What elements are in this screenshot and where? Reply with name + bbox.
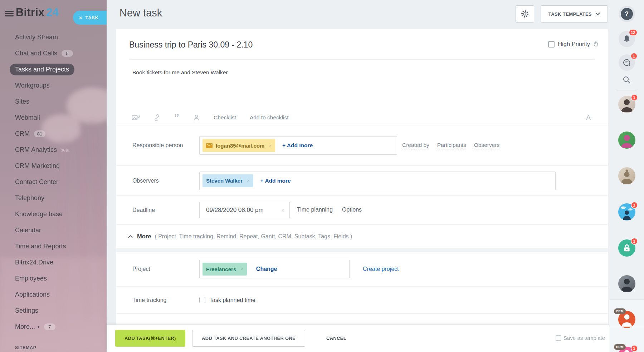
page-title: New task [119,7,162,19]
avatar-user-man-bun[interactable] [618,167,635,184]
checklist-button[interactable]: Checklist [214,114,236,121]
avatar-user-glasses[interactable] [618,275,635,292]
save-as-template-control: Save as template [556,335,605,341]
sidebar-item-settings[interactable]: Settings [0,303,107,319]
project-input[interactable]: Freelancers × Change [199,260,350,278]
participants-link[interactable]: Participants [437,142,466,149]
observers-add-more[interactable]: + Add more [260,178,291,184]
avatar-crm-contact-orange[interactable]: CRM [618,311,635,328]
page-header: New task TASK TEMPLATES [107,0,609,29]
mention-person-icon[interactable] [193,114,200,121]
field-row-project: Project Freelancers × Change Create proj… [116,252,608,287]
crm-source-badge: CRM [614,308,626,314]
sidebar-item-applications[interactable]: Applications [0,287,107,303]
bitrix24-logo[interactable]: Bitrix24 [16,6,59,19]
sidebar-item-webmail[interactable]: Webmail [0,110,107,126]
sidebar-item-more[interactable]: More...▾7 [0,319,107,335]
quote-icon[interactable]: ” [174,114,179,121]
notifications-button[interactable]: 12 [619,31,635,47]
help-button[interactable]: ? [619,6,635,22]
sidebar-item-employees[interactable]: Employees [0,271,107,287]
sidebar-item-telephony[interactable]: Telephony [0,190,107,206]
remove-chip-icon[interactable]: × [247,178,250,183]
field-row-time-tracking: Time tracking Task planned time [116,287,608,314]
sidebar-item-time-and-reports[interactable]: Time and Reports [0,238,107,254]
avatar-crm-contact-pink[interactable]: CRM 1 [618,347,635,352]
close-icon[interactable]: × [79,15,82,20]
settings-button[interactable] [516,5,534,23]
field-row-responsible: Responsible person logan85@mail.com × + … [116,125,608,166]
responsible-chip[interactable]: logan85@mail.com × [203,139,275,152]
responsible-add-more[interactable]: + Add more [282,142,313,149]
chat-count-badge: 1 [630,53,638,60]
attach-file-icon[interactable] [132,114,140,121]
task-planned-time-label: Task planned time [209,297,255,303]
sidebar-item-workgroups[interactable]: Workgroups [0,78,107,94]
beta-tag: beta [60,147,69,153]
chat-button[interactable]: 1 [619,54,635,71]
sidebar-item-tasks-and-projects[interactable]: Tasks and Projects [0,61,107,78]
sidebar-item-activity-stream[interactable]: Activity Stream [0,29,107,45]
deadline-input[interactable]: 09/28/2020 08:00 pm × [199,202,290,218]
chevron-up-icon[interactable] [128,235,133,238]
avatar-user-pink-hair[interactable] [618,132,635,149]
add-task-button[interactable]: ADD TASK(⌘+ENTER) [115,330,185,347]
more-toggle[interactable]: More [137,233,151,240]
clear-deadline-icon[interactable]: × [281,207,284,213]
deadline-links: Time planning Options [297,207,362,214]
create-project-link[interactable]: Create project [363,266,399,272]
high-priority-checkbox[interactable] [548,41,555,48]
avatar-extranet-lock[interactable]: 1 [618,239,635,257]
sidebar-item-crm[interactable]: CRM81 [0,126,107,142]
task-tab[interactable]: × TASK [73,11,107,25]
task-description-input[interactable]: Book tickets for me and Steven Walker [132,69,228,76]
remove-chip-icon[interactable]: × [269,143,272,148]
remove-chip-icon[interactable]: × [240,267,243,272]
task-planned-time-checkbox[interactable] [199,297,205,303]
notification-count-badge: 12 [629,29,637,36]
left-sidebar: Bitrix24 × TASK Activity Stream Chat and… [0,0,107,352]
add-to-checklist-button[interactable]: Add to checklist [250,114,289,121]
menu-toggle-icon[interactable] [5,11,14,17]
sidebar-item-calendar[interactable]: Calendar [0,222,107,238]
high-priority-label: High Priority [558,41,590,48]
save-as-template-checkbox[interactable] [556,335,561,341]
time-planning-link[interactable]: Time planning [297,207,333,214]
search-button[interactable] [623,76,631,86]
observers-link[interactable]: Observers [474,142,500,149]
avatar-user-dark-hair[interactable]: 1 [618,96,635,113]
more-summary: ( Project, Time tracking, Remind, Repeat… [155,233,352,240]
responsible-input[interactable]: logan85@mail.com × + Add more [199,136,397,155]
logo-brand: Bitrix [16,6,44,19]
sitemap-link[interactable]: SITEMAP [15,345,36,350]
editor-toolbar: ” Checklist Add to checklist [132,112,288,123]
chat-count-badge: 5 [62,50,73,57]
divider [616,90,636,90]
observers-input[interactable]: Steven Walker × + Add more [199,172,556,190]
sidebar-item-crm-marketing[interactable]: CRM Marketing [0,158,107,174]
add-task-and-create-another-button[interactable]: ADD TASK AND CREATE ANOTHER ONE [192,330,305,347]
unread-badge: 1 [631,94,638,101]
change-project-link[interactable]: Change [256,266,277,272]
project-chip[interactable]: Freelancers × [203,263,247,276]
divider [129,59,595,60]
options-link[interactable]: Options [342,207,362,214]
sidebar-item-contact-center[interactable]: Contact Center [0,174,107,190]
gear-icon [520,9,530,19]
sidebar-item-knowledge-base[interactable]: Knowledge base [0,206,107,222]
cancel-button[interactable]: CANCEL [324,330,348,347]
role-links: Created by Participants Observers [402,142,499,149]
task-title-input[interactable]: Business trip to Paris 30.09 - 2.10 [129,40,253,50]
task-templates-button[interactable]: TASK TEMPLATES [541,5,608,23]
sidebar-item-crm-analytics[interactable]: CRM Analyticsbeta [0,142,107,158]
observer-chip[interactable]: Steven Walker × [203,174,253,187]
sidebar-item-chat-and-calls[interactable]: Chat and Calls5 [0,45,107,61]
created-by-link[interactable]: Created by [402,142,429,149]
chevron-down-icon [595,13,600,15]
font-settings-button[interactable]: A [586,114,591,122]
divider [609,326,644,326]
avatar-user-illustration-blue[interactable]: 1 [618,203,635,220]
sidebar-item-sites[interactable]: Sites [0,94,107,110]
sidebar-item-bitrix24-drive[interactable]: Bitrix24.Drive [0,254,107,271]
link-icon[interactable] [153,114,160,121]
